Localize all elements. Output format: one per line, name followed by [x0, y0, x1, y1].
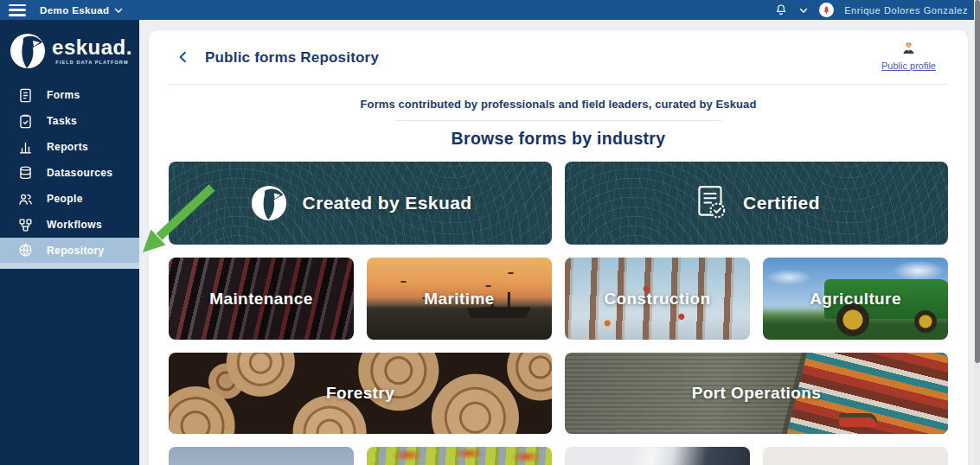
sidebar-item-label: Reports [47, 141, 88, 153]
sidebar-item-workflows[interactable]: Workflows [0, 212, 139, 238]
card-label: Port Operations [692, 384, 822, 403]
card-label: Created by Eskuad [303, 193, 472, 213]
sidebar-item-datasources[interactable]: Datasources [0, 160, 139, 186]
user-menu-chevron-icon[interactable] [798, 5, 809, 16]
public-profile-link[interactable]: Public profile [881, 61, 936, 71]
card-created-by-eskuad[interactable]: Created by Eskuad [169, 162, 552, 245]
sidebar-item-forms[interactable]: Forms [0, 82, 139, 108]
subtitle-divider [396, 120, 721, 121]
scrollbar-thumb[interactable] [975, 0, 980, 363]
sidebar-item-people[interactable]: People [0, 186, 139, 212]
tugboat-graphic [839, 413, 877, 427]
active-item-strip [0, 263, 139, 269]
public-profile-box: Public profile [881, 41, 936, 73]
card-partial-4[interactable] [763, 447, 948, 465]
database-icon [17, 165, 34, 182]
people-icon [17, 191, 34, 207]
card-label: Maritime [424, 290, 494, 309]
eskuad-bird-icon [249, 183, 289, 223]
sidebar-item-label: Tasks [47, 115, 77, 127]
sidebar-item-reports[interactable]: Reports [0, 134, 139, 160]
header-divider [169, 84, 948, 85]
sidebar-item-label: Repository [47, 245, 105, 257]
sidebar-item-tasks[interactable]: Tasks [0, 108, 139, 134]
sidebar-nav: Forms Tasks Reports Datasources People W… [0, 82, 139, 269]
card-label: Agriculture [810, 290, 901, 309]
repository-subtitle: Forms contributed by professionals and f… [169, 98, 948, 111]
logo-wordmark: eskuad. [52, 37, 132, 58]
card-agriculture[interactable]: Agriculture [763, 258, 948, 340]
chevron-down-icon [113, 5, 124, 16]
card-certified[interactable]: Certified [565, 162, 948, 245]
org-name-label: Demo Eskuad [40, 5, 109, 16]
card-label: Certified [743, 193, 820, 213]
sidebar-item-label: Forms [47, 89, 80, 101]
hamburger-menu-icon[interactable] [9, 4, 26, 16]
card-partial-1[interactable] [169, 447, 354, 465]
sidebar-item-label: Datasources [47, 167, 112, 179]
card-label: Maintenance [209, 290, 313, 309]
user-name-label: Enrique Dolores Gonzalez [844, 5, 968, 16]
page-title: Public forms Repository [205, 49, 948, 67]
topbar: Demo Eskuad Enrique Dolores Gonzalez [0, 0, 980, 20]
sidebar-item-label: Workflows [47, 219, 102, 231]
main-area: Public forms Repository Public profile F… [139, 20, 980, 465]
browse-heading: Browse forms by industry [169, 129, 948, 149]
notification-bell-icon[interactable] [774, 3, 788, 17]
clipboard-check-icon [17, 113, 34, 130]
sidebar-item-repository[interactable]: Repository [0, 238, 139, 263]
card-partial-3[interactable] [565, 447, 750, 465]
card-forestry[interactable]: Forestry [169, 353, 552, 434]
category-cards: Created by Eskuad Certified [169, 162, 948, 465]
logo-tagline: Field Data Platform [52, 60, 132, 65]
red-tree-icon [821, 4, 832, 16]
card-maintenance[interactable]: Maintenance [169, 258, 354, 340]
card-maritime[interactable]: Maritime [367, 258, 552, 340]
bird-silhouette [485, 285, 491, 287]
bar-chart-icon [17, 139, 34, 156]
sidebar: eskuad. Field Data Platform Forms Tasks … [0, 20, 139, 465]
certificate-badge-icon [693, 184, 729, 222]
content-panel: Public forms Repository Public profile F… [149, 30, 968, 465]
bird-silhouette [400, 281, 407, 283]
user-avatar[interactable] [819, 3, 834, 17]
workflow-icon [17, 217, 34, 233]
back-chevron-icon[interactable] [176, 49, 191, 65]
org-switcher[interactable]: Demo Eskuad [40, 5, 124, 16]
sidebar-item-label: People [47, 193, 83, 205]
card-label: Forestry [326, 384, 394, 403]
scrollbar-track[interactable] [974, 0, 980, 465]
eskuad-bird-icon [7, 30, 48, 72]
eskuad-logo: eskuad. Field Data Platform [0, 20, 139, 80]
card-partial-2[interactable] [367, 447, 552, 465]
globe-icon [17, 242, 34, 258]
person-bust-icon [901, 41, 916, 55]
card-construction[interactable]: Construction [565, 258, 750, 340]
card-port-operations[interactable]: Port Operations [565, 353, 948, 434]
document-icon [17, 87, 34, 104]
page-header: Public forms Repository Public profile [169, 30, 948, 84]
bird-silhouette [508, 272, 514, 274]
card-label: Construction [604, 290, 710, 309]
